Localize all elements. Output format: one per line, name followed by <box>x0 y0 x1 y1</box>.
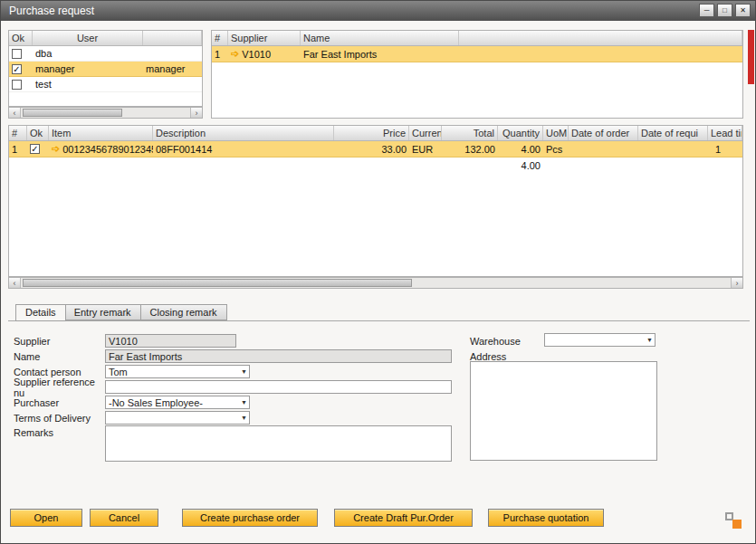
minimize-icon: ─ <box>704 6 710 14</box>
items-grid: # Ok Item Description Price Currenc Tota… <box>8 125 743 277</box>
item-cell-price: 33.00 <box>334 141 409 157</box>
users-grid-header: Ok User <box>9 31 202 46</box>
scroll-right-icon[interactable]: › <box>190 108 202 118</box>
window-title: Purchase request <box>9 5 94 17</box>
item-cell-date-required <box>638 141 708 157</box>
create-draft-purchase-order-button[interactable]: Create Draft Pur.Order <box>334 509 473 527</box>
items-header-date-required: Date of requi <box>638 126 708 140</box>
close-button[interactable]: ✕ <box>735 4 751 17</box>
contact-person-value: Tom <box>109 367 128 377</box>
title-bar: Purchase request ─ □ ✕ <box>1 1 755 21</box>
purchase-quotation-button[interactable]: Purchase quotation <box>488 509 604 527</box>
remarks-textarea[interactable] <box>105 425 452 462</box>
supplier-grid-header: # Supplier Name <box>212 31 742 46</box>
name-label: Name <box>14 351 105 362</box>
create-purchase-order-button[interactable]: Create purchase order <box>182 509 318 527</box>
item-cell-lead-time: 1 <box>708 141 742 157</box>
users-row-dba[interactable]: dba <box>9 46 202 62</box>
maximize-button[interactable]: □ <box>717 4 732 17</box>
supplier-field: V1010 <box>105 334 236 348</box>
warehouse-label: Warehouse <box>470 336 521 347</box>
terms-of-delivery-dropdown[interactable]: ▼ <box>105 411 250 425</box>
item-cell-code: 001234567890123456 <box>62 144 153 155</box>
items-header-quantity: Quantity <box>498 126 543 140</box>
items-header-ok: Ok <box>27 126 49 140</box>
supplier-cell-name: Far East Imports <box>301 46 459 62</box>
item-cell-total: 132.00 <box>442 141 498 157</box>
items-header-date-of-order: Date of order <box>569 126 638 140</box>
red-indicator-bar <box>748 30 754 84</box>
chevron-down-icon: ▼ <box>646 337 653 343</box>
supplier-grid: # Supplier Name 1 ➩ V1010 Far East Impor… <box>211 30 743 119</box>
user-cell-fullname: manager <box>143 62 202 76</box>
user-checkbox-manager[interactable]: ✓ <box>12 64 22 74</box>
supplier-name-field: Far East Imports <box>105 349 452 363</box>
terms-of-delivery-label: Terms of Delivery <box>14 413 105 424</box>
items-header-uom: UoM <box>543 126 569 140</box>
scroll-right-icon[interactable]: › <box>731 278 742 288</box>
scroll-thumb[interactable] <box>23 279 412 287</box>
open-button[interactable]: Open <box>10 509 82 527</box>
users-grid: Ok User dba ✓ manager manager test <box>8 30 203 107</box>
supplier-reference-label: Supplier reference nu <box>14 377 105 398</box>
supplier-row[interactable]: 1 ➩ V1010 Far East Imports <box>212 46 742 62</box>
scroll-left-icon[interactable]: ‹ <box>9 278 21 288</box>
supplier-cell-num: 1 <box>212 46 228 62</box>
supplier-reference-input[interactable] <box>105 380 452 394</box>
tab-closing-remark[interactable]: Closing remark <box>141 304 227 320</box>
address-textarea[interactable] <box>470 361 657 461</box>
users-row-test[interactable]: test <box>9 77 202 92</box>
tab-details[interactable]: Details <box>15 304 66 321</box>
items-header-lead-time: Lead time <box>708 126 742 140</box>
item-checkbox[interactable]: ✓ <box>30 144 40 154</box>
user-cell-fullname <box>143 46 202 61</box>
user-checkbox-test[interactable] <box>12 80 22 90</box>
supplier-header-name: Name <box>301 31 459 45</box>
purchaser-dropdown[interactable]: -No Sales Employee- ▼ <box>105 396 250 409</box>
item-cell-currency: EUR <box>409 141 442 157</box>
remarks-label: Remarks <box>14 425 105 438</box>
item-cell-description: 08FF001414 <box>153 141 334 157</box>
supplier-cell-blank <box>459 46 742 62</box>
items-header-description: Description <box>153 126 334 140</box>
minimize-button[interactable]: ─ <box>699 4 714 17</box>
items-header-currency: Currenc <box>409 126 442 140</box>
user-cell-name: dba <box>33 46 143 61</box>
maximize-icon: □ <box>723 6 727 14</box>
purchaser-label: Purchaser <box>14 397 105 408</box>
users-row-manager[interactable]: ✓ manager manager <box>9 62 202 77</box>
window-controls: ─ □ ✕ <box>699 4 751 17</box>
purchaser-value: -No Sales Employee- <box>109 397 203 408</box>
user-checkbox-dba[interactable] <box>12 49 22 59</box>
supplier-header-num: # <box>212 31 228 45</box>
summary-quantity: 4.00 <box>498 157 543 173</box>
close-icon: ✕ <box>740 6 746 14</box>
users-h-scrollbar[interactable]: ‹ › <box>8 107 203 119</box>
link-arrow-icon[interactable]: ➩ <box>52 143 60 155</box>
items-header-total: Total <box>442 126 498 140</box>
user-cell-name: manager <box>33 62 143 76</box>
items-grid-header: # Ok Item Description Price Currenc Tota… <box>9 126 742 141</box>
scroll-left-icon[interactable]: ‹ <box>9 108 21 118</box>
items-row[interactable]: 1 ✓ ➩ 001234567890123456 08FF001414 33.0… <box>9 141 742 157</box>
chevron-down-icon: ▼ <box>241 415 247 421</box>
items-summary-row: 4.00 <box>9 157 742 173</box>
item-cell-uom: Pcs <box>543 141 569 157</box>
warehouse-dropdown[interactable]: ▼ <box>544 333 656 347</box>
user-cell-fullname <box>143 77 202 91</box>
link-arrow-icon[interactable]: ➩ <box>231 48 239 60</box>
cancel-button[interactable]: Cancel <box>90 509 158 527</box>
purchase-request-window: Purchase request ─ □ ✕ Ok User dba ✓ man… <box>0 0 756 544</box>
user-cell-name: test <box>33 77 143 91</box>
contact-person-dropdown[interactable]: Tom ▼ <box>105 365 250 378</box>
details-panel: Supplier V1010 Name Far East Imports Con… <box>8 320 750 494</box>
items-h-scrollbar[interactable]: ‹ › <box>8 277 743 289</box>
item-cell-num: 1 <box>9 141 27 157</box>
tab-entry-remark[interactable]: Entry remark <box>65 304 141 320</box>
supplier-label: Supplier <box>14 336 105 347</box>
chevron-down-icon: ▼ <box>241 399 247 406</box>
scroll-thumb[interactable] <box>23 109 122 117</box>
users-header-ok: Ok <box>9 31 33 45</box>
chevron-down-icon: ▼ <box>241 368 247 375</box>
resize-grip-icon[interactable] <box>725 512 742 529</box>
